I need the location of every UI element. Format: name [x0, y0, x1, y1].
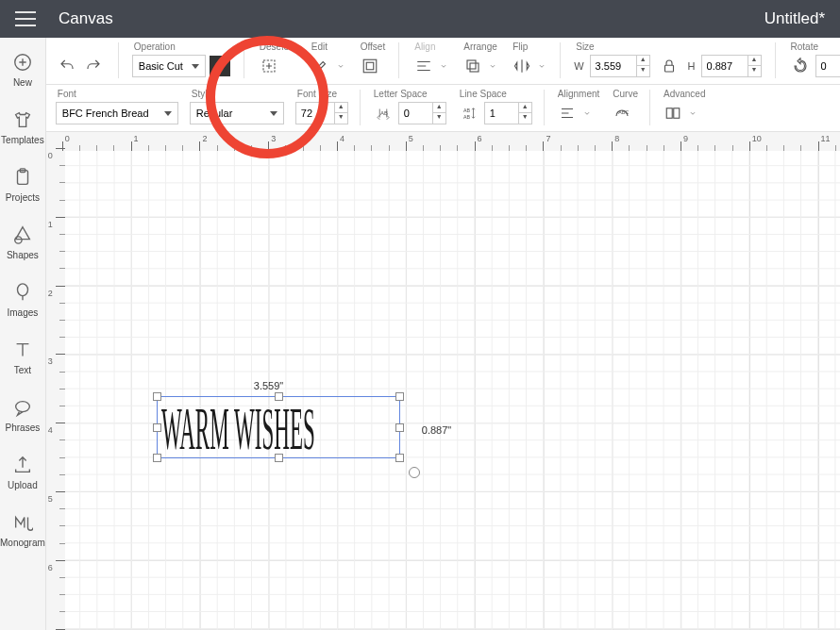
- svg-point-4: [15, 237, 22, 243]
- rotate-input[interactable]: ▲▼: [815, 55, 840, 77]
- chevron-down-icon[interactable]: [537, 54, 546, 78]
- text-icon: [11, 339, 34, 361]
- flip-button[interactable]: [511, 54, 533, 78]
- operation-label: Operation: [132, 41, 230, 52]
- monogram-icon: [11, 511, 34, 534]
- tshirt-icon: [11, 108, 34, 131]
- svg-rect-18: [674, 108, 680, 119]
- svg-rect-8: [363, 59, 377, 73]
- sidebar-item-images[interactable]: Images: [8, 281, 39, 318]
- h-label: H: [688, 60, 696, 72]
- menu-button[interactable]: [15, 8, 38, 30]
- chat-icon: [11, 396, 34, 419]
- shapes-icon: [11, 224, 34, 246]
- ruler-vertical: 012345678: [46, 151, 65, 630]
- toolbar-row-2: Font BFC French Bread Style Regular Font…: [46, 85, 840, 132]
- align-label: Align: [412, 41, 448, 52]
- sidebar-item-shapes[interactable]: Shapes: [7, 224, 39, 260]
- deselect-label: Deselect: [258, 41, 296, 52]
- flip-label: Flip: [511, 41, 546, 52]
- svg-rect-10: [467, 60, 476, 69]
- rotate-handle[interactable]: [409, 467, 420, 478]
- edit-button[interactable]: [310, 54, 332, 78]
- svg-rect-12: [664, 65, 673, 72]
- document-title: Untitled*: [764, 9, 825, 28]
- font-label: Font: [56, 89, 178, 99]
- alignment-label: Alignment: [556, 89, 599, 99]
- clipboard-icon: [11, 166, 34, 189]
- sidebar-item-phrases[interactable]: Phrases: [6, 396, 41, 433]
- chevron-down-icon[interactable]: [336, 54, 345, 78]
- toolbar-row-1: Operation Basic Cut Deselect Edit Offset: [46, 38, 840, 85]
- chevron-down-icon[interactable]: [582, 101, 592, 125]
- svg-rect-17: [666, 108, 672, 119]
- letterspace-input[interactable]: ▲▼: [398, 102, 446, 124]
- balloon-icon: [11, 281, 34, 304]
- width-input[interactable]: ▲▼: [590, 55, 650, 77]
- undo-button[interactable]: [56, 54, 78, 78]
- arrange-label: Arrange: [462, 41, 497, 52]
- undo-redo-group: [56, 54, 105, 78]
- sidebar-item-text[interactable]: Text: [11, 339, 34, 375]
- app-title: Canvas: [59, 9, 113, 28]
- offset-label: Offset: [359, 41, 386, 52]
- linespace-label: Line Space: [458, 89, 532, 99]
- color-swatch[interactable]: [210, 56, 230, 76]
- rotate-icon[interactable]: [789, 54, 812, 78]
- chevron-down-icon[interactable]: [688, 101, 697, 125]
- chevron-down-icon[interactable]: [488, 54, 497, 78]
- sidebar: New Templates Projects Shapes Images Tex…: [0, 38, 46, 630]
- linespace-input[interactable]: ▲▼: [484, 102, 532, 124]
- font-select[interactable]: BFC French Bread: [56, 102, 178, 124]
- svg-text:AB: AB: [463, 108, 471, 113]
- svg-text:AB: AB: [463, 114, 471, 120]
- sidebar-item-projects[interactable]: Projects: [6, 166, 40, 203]
- width-dimension: 3.559": [254, 380, 283, 391]
- linespace-icon: ABAB: [458, 101, 480, 125]
- sidebar-item-new[interactable]: New: [11, 51, 34, 88]
- advanced-button[interactable]: [662, 101, 684, 125]
- operation-select[interactable]: Basic Cut: [132, 55, 206, 77]
- redo-button[interactable]: [82, 54, 105, 78]
- text-object[interactable]: WARM WISHES: [157, 396, 400, 458]
- fontsize-input[interactable]: ▲▼: [295, 102, 348, 124]
- ruler-horizontal: 0123456789101112: [65, 132, 840, 151]
- align-button: [412, 54, 435, 78]
- canvas[interactable]: 0123456789101112 012345678 WARM WISHES 3…: [46, 132, 840, 630]
- chevron-down-icon: [439, 54, 448, 78]
- svg-rect-9: [366, 62, 374, 70]
- w-label: W: [574, 60, 583, 72]
- sidebar-item-templates[interactable]: Templates: [1, 108, 44, 145]
- sidebar-item-monogram[interactable]: Monogram: [0, 511, 45, 548]
- size-label: Size: [574, 41, 761, 52]
- style-label: Style: [190, 89, 284, 99]
- canvas-grid[interactable]: WARM WISHES 3.559" 0.887": [65, 151, 840, 630]
- offset-button[interactable]: [359, 54, 381, 78]
- letterspace-label: Letter Space: [372, 89, 446, 99]
- letterspace-icon: AB: [372, 101, 395, 125]
- plus-circle-icon: [11, 51, 34, 74]
- lock-icon[interactable]: [658, 54, 680, 78]
- svg-rect-11: [470, 63, 479, 72]
- sidebar-item-upload[interactable]: Upload: [8, 454, 38, 490]
- svg-point-6: [16, 402, 30, 412]
- svg-marker-3: [16, 227, 30, 240]
- svg-text:ABC: ABC: [619, 109, 630, 115]
- arrange-button[interactable]: [462, 54, 484, 78]
- curve-button[interactable]: ABC: [611, 101, 633, 125]
- curve-label: Curve: [611, 89, 638, 99]
- advanced-label: Advanced: [662, 89, 705, 99]
- rotate-label: Rotate: [789, 41, 840, 52]
- alignment-button[interactable]: [556, 101, 579, 125]
- fontsize-label: Font Size: [295, 89, 348, 99]
- edit-label: Edit: [310, 41, 345, 52]
- topbar: Canvas Untitled*: [0, 0, 840, 38]
- deselect-button[interactable]: [258, 54, 280, 78]
- style-select[interactable]: Regular: [190, 102, 284, 124]
- height-dimension: 0.887": [422, 424, 451, 436]
- upload-icon: [11, 454, 34, 476]
- svg-text:AB: AB: [380, 110, 388, 116]
- height-input[interactable]: ▲▼: [701, 55, 762, 77]
- svg-point-5: [17, 284, 27, 296]
